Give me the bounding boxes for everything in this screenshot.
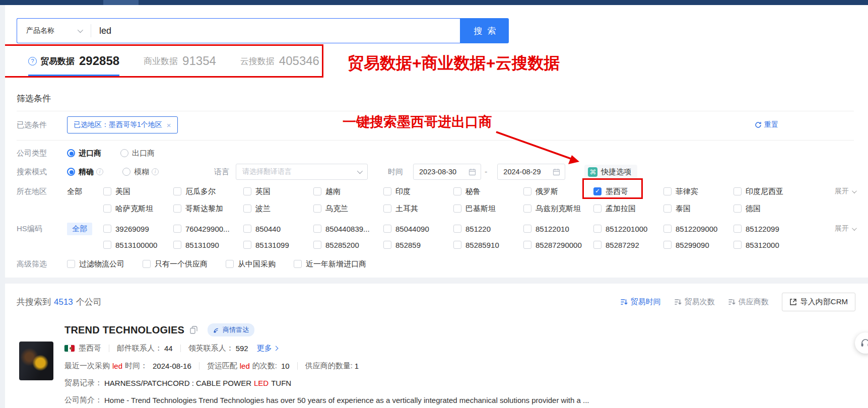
hs-code-checkbox[interactable]: 85122099 <box>733 225 804 233</box>
info-icon[interactable] <box>96 168 103 175</box>
language-select[interactable]: 请选择翻译语言 <box>236 164 368 180</box>
hs-code-checkbox[interactable]: 760429900... <box>173 225 243 233</box>
region-checkbox[interactable]: 波兰 <box>243 204 313 214</box>
hs-code-checkbox[interactable]: 39269099 <box>103 225 173 233</box>
hs-code-checkbox[interactable]: 85285910 <box>453 241 523 249</box>
sort-button[interactable]: 贸易时间 <box>620 297 661 307</box>
copy-icon[interactable] <box>190 326 197 334</box>
advanced-checkbox[interactable]: 只有一个供应商 <box>143 259 208 269</box>
search-mode-radio[interactable]: 精确 <box>67 167 103 177</box>
checkbox-icon <box>453 241 461 249</box>
close-icon[interactable]: × <box>167 121 171 129</box>
data-tab[interactable]: 贸易数据 292858 <box>28 46 119 76</box>
hs-code-checkbox[interactable]: 8513100000 <box>103 241 173 249</box>
advanced-filter-label: 高级筛选 <box>17 259 67 269</box>
region-checkbox[interactable]: 菲律宾 <box>663 187 733 196</box>
hs-code-checkbox[interactable]: 85131099 <box>243 241 313 249</box>
region-checkbox[interactable]: 英国 <box>243 187 313 196</box>
hs-code-checkbox[interactable]: 851220 <box>453 225 523 233</box>
region-checkbox[interactable]: 巴基斯坦 <box>453 204 523 214</box>
hs-code-checkbox[interactable]: 85122010 <box>523 225 593 233</box>
company-name[interactable]: TREND TECHNOLOGIES <box>64 324 184 336</box>
hs-code-checkbox[interactable]: 850440839... <box>313 225 383 233</box>
hs-code-checkbox[interactable]: 8512209000 <box>663 225 733 233</box>
hs-code-checkbox[interactable]: 8512201000 <box>593 225 663 233</box>
info-icon[interactable] <box>152 168 159 175</box>
date-from-picker[interactable]: 2023-08-30 <box>413 164 481 180</box>
hs-all-option[interactable]: 全部 <box>67 223 103 235</box>
checkbox-label: 85131099 <box>255 241 289 249</box>
checkbox-icon <box>663 205 672 213</box>
advanced-checkbox[interactable]: 近一年新增进口商 <box>294 259 366 269</box>
region-checkbox[interactable]: 德国 <box>733 204 804 214</box>
mexico-flag-icon <box>64 345 75 352</box>
region-checkbox[interactable]: 印度 <box>383 187 453 196</box>
checkbox-label: 菲律宾 <box>676 187 698 196</box>
sort-button[interactable]: 贸易次数 <box>674 297 715 307</box>
hs-code-checkbox[interactable]: 85287290000 <box>523 241 593 249</box>
expand-label: 展开 <box>835 187 849 196</box>
hs-code-checkbox[interactable]: 85299090 <box>663 241 733 249</box>
sort-button[interactable]: 供应商数 <box>728 297 769 307</box>
red-annotation-quick-note: 一键搜索墨西哥进出口商 <box>343 113 492 131</box>
advanced-checkbox[interactable]: 过滤物流公司 <box>67 259 124 269</box>
import-crm-button[interactable]: 导入内部CRM <box>782 293 855 311</box>
search-mode-options: 精确 模糊 <box>67 167 178 177</box>
checkbox-label: 墨西哥 <box>606 187 628 196</box>
data-tab[interactable]: 云搜数据 405346 <box>240 46 319 76</box>
import-icon <box>789 298 797 306</box>
company-type-radio[interactable]: 出口商 <box>120 149 155 158</box>
reset-button[interactable]: 重置 <box>755 120 778 129</box>
search-button[interactable]: 搜索 <box>460 18 509 43</box>
region-filter-row-1: 所在地区 全部 美国 厄瓜多尔 英国 越南 印度 <box>17 186 868 197</box>
checkbox-label: 39269099 <box>115 225 149 233</box>
region-checkbox[interactable]: 乌兹别克斯坦 <box>523 204 593 214</box>
region-checkbox[interactable]: 哈萨克斯坦 <box>103 204 173 214</box>
hs-code-checkbox[interactable]: 850440 <box>243 225 313 233</box>
date-to-picker[interactable]: 2024-08-29 <box>497 164 565 180</box>
company-type-options: 进口商 出口商 <box>67 149 174 158</box>
region-checkbox[interactable]: 俄罗斯 <box>523 187 593 196</box>
quick-options-button[interactable]: ⌘ 快捷选项 <box>584 165 637 179</box>
hs-code-checkbox[interactable]: 85312000 <box>733 241 804 249</box>
checkbox-label: 俄罗斯 <box>536 187 558 196</box>
region-checkbox[interactable]: 哥斯达黎加 <box>173 204 243 214</box>
region-checkbox[interactable]: 孟加拉国 <box>593 204 663 214</box>
region-expand-link[interactable]: 展开 <box>835 187 855 196</box>
region-checkbox[interactable]: 印度尼西亚 <box>733 187 804 196</box>
region-all-option[interactable]: 全部 <box>67 187 103 196</box>
divider <box>109 345 109 352</box>
divider <box>199 362 199 370</box>
region-checkbox[interactable]: 厄瓜多尔 <box>173 187 243 196</box>
hs-expand-link[interactable]: 展开 <box>835 224 855 233</box>
region-checkbox[interactable]: 泰国 <box>663 204 733 214</box>
business-radar-badge[interactable]: 商情雷达 <box>208 323 254 336</box>
selected-region-tag[interactable]: 已选地区：墨西哥等1个地区 × <box>67 116 178 133</box>
checkbox-label: 美国 <box>115 187 130 196</box>
hs-code-checkbox[interactable]: 85131090 <box>173 241 243 249</box>
search-mode-label: 搜索模式 <box>17 167 67 177</box>
summary-prefix: 共搜索到 <box>17 297 51 307</box>
region-checkbox[interactable]: 墨西哥 <box>593 187 663 196</box>
region-checkbox[interactable]: 乌克兰 <box>313 204 383 214</box>
search-input[interactable] <box>99 26 460 36</box>
hs-code-checkbox[interactable]: 85285200 <box>313 241 383 249</box>
chevron-down-icon <box>78 27 83 33</box>
search-category-dropdown[interactable]: 产品名称 <box>17 26 82 35</box>
hs-code-checkbox[interactable]: 85287292 <box>593 241 663 249</box>
region-checkbox[interactable]: 土耳其 <box>383 204 453 214</box>
company-card[interactable]: TREND TECHNOLOGIES 商情雷达 墨西哥 邮件联系人： 44 领英… <box>17 323 855 405</box>
region-checkbox[interactable]: 秘鲁 <box>453 187 523 196</box>
region-checkbox[interactable]: 越南 <box>313 187 383 196</box>
advanced-checkbox[interactable]: 从中国采购 <box>226 259 276 269</box>
checkbox-label: 8512201000 <box>606 225 647 233</box>
region-checkbox[interactable]: 美国 <box>103 187 173 196</box>
search-mode-radio[interactable]: 模糊 <box>122 167 159 177</box>
hs-code-checkbox[interactable]: 85044090 <box>383 225 453 233</box>
company-type-radio[interactable]: 进口商 <box>67 149 101 158</box>
data-tab[interactable]: 商业数据 91354 <box>144 46 216 76</box>
checkbox-label: 85287290000 <box>536 241 582 249</box>
more-link[interactable]: 更多 <box>257 344 278 353</box>
checkbox-label: 泰国 <box>676 204 691 214</box>
hs-code-checkbox[interactable]: 852859 <box>383 241 453 249</box>
